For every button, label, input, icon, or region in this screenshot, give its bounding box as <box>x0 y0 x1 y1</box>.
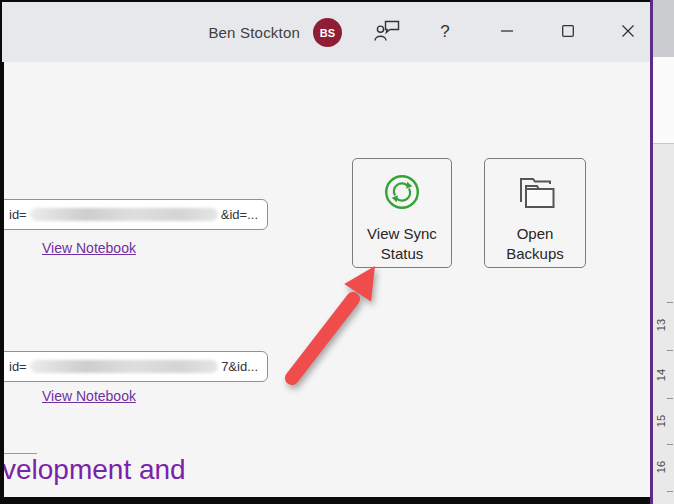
help-icon: ? <box>440 22 449 42</box>
page-heading-partial: velopment and <box>4 454 186 486</box>
sync-icon <box>383 173 421 215</box>
ruler-number: 16 <box>655 456 671 478</box>
titlebar: Ben Stockton BS ? <box>2 2 650 62</box>
ruler-number: 14 <box>655 364 671 386</box>
ruler-number: 15 <box>655 410 671 432</box>
annotation-arrow-icon <box>281 255 397 395</box>
button-label: Open Backups <box>493 224 577 264</box>
account-user-name[interactable]: Ben Stockton <box>2 2 300 62</box>
minimize-icon <box>501 23 513 41</box>
maximize-button[interactable] <box>548 12 588 52</box>
view-sync-status-button[interactable]: View Sync Status <box>352 158 452 268</box>
view-notebook-link[interactable]: View Notebook <box>42 388 136 404</box>
path-prefix: id= <box>9 359 27 374</box>
share-contact-icon <box>374 19 400 46</box>
share-button[interactable] <box>367 12 407 52</box>
view-notebook-link[interactable]: View Notebook <box>42 240 136 256</box>
path-suffix: 7&id... <box>221 359 258 374</box>
ruler-number: 13 <box>655 314 671 336</box>
ruler-tick <box>667 350 673 351</box>
ruler-tick <box>667 398 673 399</box>
redacted-path <box>30 360 218 373</box>
background-window-strip <box>653 0 674 57</box>
help-button[interactable]: ? <box>425 12 465 52</box>
notebook-path-box: id= &id=... <box>4 199 268 230</box>
dialog-content: id= &id=... View Notebook id= 7&id... Vi… <box>4 62 650 497</box>
redacted-path <box>30 208 218 221</box>
path-prefix: id= <box>9 207 27 222</box>
ruler-tick <box>667 444 673 445</box>
open-backups-button[interactable]: Open Backups <box>484 158 586 268</box>
avatar[interactable]: BS <box>313 18 342 47</box>
ruler-tick <box>667 491 673 492</box>
path-suffix: &id=... <box>221 207 258 222</box>
maximize-icon <box>562 23 574 41</box>
notebook-path-box: id= 7&id... <box>4 351 268 382</box>
background-window-strip <box>653 57 674 143</box>
ruler-tick <box>667 302 673 303</box>
minimize-button[interactable] <box>487 12 527 52</box>
close-icon <box>622 23 634 41</box>
close-button[interactable] <box>608 12 648 52</box>
screenshot-root: Ben Stockton BS ? <box>0 0 674 504</box>
folder-icon <box>513 173 557 215</box>
